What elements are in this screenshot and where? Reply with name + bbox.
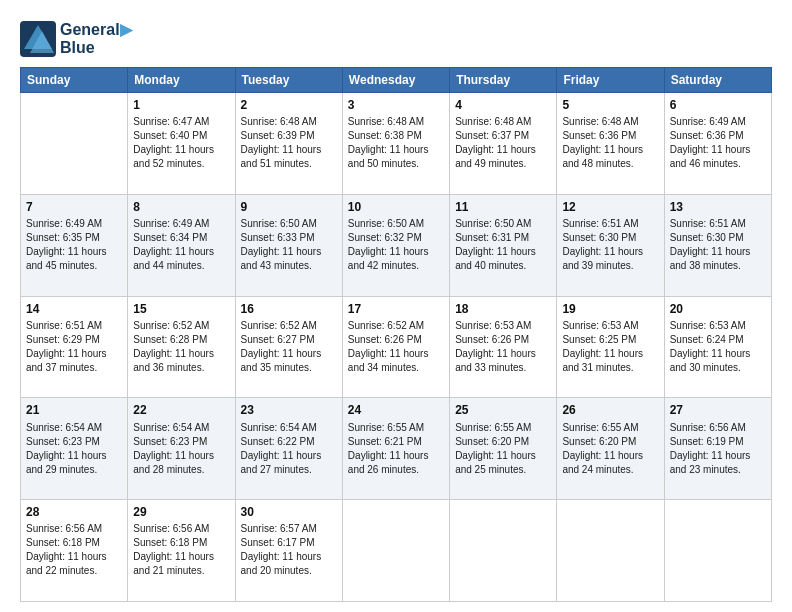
- calendar-cell: 1Sunrise: 6:47 AMSunset: 6:40 PMDaylight…: [128, 93, 235, 195]
- weekday-header-wednesday: Wednesday: [342, 68, 449, 93]
- day-number: 21: [26, 402, 122, 418]
- calendar-cell: 13Sunrise: 6:51 AMSunset: 6:30 PMDayligh…: [664, 194, 771, 296]
- logo: General▶ Blue: [20, 20, 132, 57]
- logo-line1: General▶: [60, 20, 132, 39]
- day-number: 27: [670, 402, 766, 418]
- calendar-cell: 28Sunrise: 6:56 AMSunset: 6:18 PMDayligh…: [21, 500, 128, 602]
- day-info: Sunrise: 6:48 AMSunset: 6:37 PMDaylight:…: [455, 115, 551, 171]
- calendar-header: SundayMondayTuesdayWednesdayThursdayFrid…: [21, 68, 772, 93]
- day-info: Sunrise: 6:50 AMSunset: 6:31 PMDaylight:…: [455, 217, 551, 273]
- calendar-cell: 25Sunrise: 6:55 AMSunset: 6:20 PMDayligh…: [450, 398, 557, 500]
- calendar-cell: [450, 500, 557, 602]
- week-row-4: 21Sunrise: 6:54 AMSunset: 6:23 PMDayligh…: [21, 398, 772, 500]
- day-number: 26: [562, 402, 658, 418]
- calendar-cell: 16Sunrise: 6:52 AMSunset: 6:27 PMDayligh…: [235, 296, 342, 398]
- day-info: Sunrise: 6:49 AMSunset: 6:36 PMDaylight:…: [670, 115, 766, 171]
- day-number: 19: [562, 301, 658, 317]
- day-info: Sunrise: 6:56 AMSunset: 6:18 PMDaylight:…: [26, 522, 122, 578]
- weekday-header-friday: Friday: [557, 68, 664, 93]
- day-info: Sunrise: 6:53 AMSunset: 6:25 PMDaylight:…: [562, 319, 658, 375]
- calendar-cell: 3Sunrise: 6:48 AMSunset: 6:38 PMDaylight…: [342, 93, 449, 195]
- day-number: 1: [133, 97, 229, 113]
- day-number: 8: [133, 199, 229, 215]
- day-info: Sunrise: 6:55 AMSunset: 6:21 PMDaylight:…: [348, 421, 444, 477]
- calendar-cell: 5Sunrise: 6:48 AMSunset: 6:36 PMDaylight…: [557, 93, 664, 195]
- calendar-cell: [21, 93, 128, 195]
- calendar-cell: 23Sunrise: 6:54 AMSunset: 6:22 PMDayligh…: [235, 398, 342, 500]
- day-info: Sunrise: 6:50 AMSunset: 6:33 PMDaylight:…: [241, 217, 337, 273]
- calendar-cell: 7Sunrise: 6:49 AMSunset: 6:35 PMDaylight…: [21, 194, 128, 296]
- calendar-cell: 15Sunrise: 6:52 AMSunset: 6:28 PMDayligh…: [128, 296, 235, 398]
- day-info: Sunrise: 6:51 AMSunset: 6:30 PMDaylight:…: [562, 217, 658, 273]
- day-info: Sunrise: 6:49 AMSunset: 6:35 PMDaylight:…: [26, 217, 122, 273]
- calendar-cell: 4Sunrise: 6:48 AMSunset: 6:37 PMDaylight…: [450, 93, 557, 195]
- day-info: Sunrise: 6:56 AMSunset: 6:18 PMDaylight:…: [133, 522, 229, 578]
- weekday-row: SundayMondayTuesdayWednesdayThursdayFrid…: [21, 68, 772, 93]
- day-info: Sunrise: 6:47 AMSunset: 6:40 PMDaylight:…: [133, 115, 229, 171]
- logo-text: General▶ Blue: [60, 20, 132, 57]
- week-row-5: 28Sunrise: 6:56 AMSunset: 6:18 PMDayligh…: [21, 500, 772, 602]
- day-number: 5: [562, 97, 658, 113]
- calendar-cell: 9Sunrise: 6:50 AMSunset: 6:33 PMDaylight…: [235, 194, 342, 296]
- day-info: Sunrise: 6:53 AMSunset: 6:24 PMDaylight:…: [670, 319, 766, 375]
- day-info: Sunrise: 6:54 AMSunset: 6:23 PMDaylight:…: [133, 421, 229, 477]
- calendar-cell: 10Sunrise: 6:50 AMSunset: 6:32 PMDayligh…: [342, 194, 449, 296]
- day-info: Sunrise: 6:52 AMSunset: 6:28 PMDaylight:…: [133, 319, 229, 375]
- week-row-1: 1Sunrise: 6:47 AMSunset: 6:40 PMDaylight…: [21, 93, 772, 195]
- calendar-cell: [557, 500, 664, 602]
- week-row-3: 14Sunrise: 6:51 AMSunset: 6:29 PMDayligh…: [21, 296, 772, 398]
- calendar-cell: 14Sunrise: 6:51 AMSunset: 6:29 PMDayligh…: [21, 296, 128, 398]
- day-number: 9: [241, 199, 337, 215]
- calendar-cell: [342, 500, 449, 602]
- day-info: Sunrise: 6:55 AMSunset: 6:20 PMDaylight:…: [455, 421, 551, 477]
- day-number: 29: [133, 504, 229, 520]
- day-number: 3: [348, 97, 444, 113]
- week-row-2: 7Sunrise: 6:49 AMSunset: 6:35 PMDaylight…: [21, 194, 772, 296]
- day-info: Sunrise: 6:53 AMSunset: 6:26 PMDaylight:…: [455, 319, 551, 375]
- day-number: 6: [670, 97, 766, 113]
- day-number: 17: [348, 301, 444, 317]
- calendar-cell: 20Sunrise: 6:53 AMSunset: 6:24 PMDayligh…: [664, 296, 771, 398]
- calendar-cell: 17Sunrise: 6:52 AMSunset: 6:26 PMDayligh…: [342, 296, 449, 398]
- calendar-cell: 19Sunrise: 6:53 AMSunset: 6:25 PMDayligh…: [557, 296, 664, 398]
- day-number: 24: [348, 402, 444, 418]
- calendar-cell: 18Sunrise: 6:53 AMSunset: 6:26 PMDayligh…: [450, 296, 557, 398]
- day-info: Sunrise: 6:52 AMSunset: 6:27 PMDaylight:…: [241, 319, 337, 375]
- day-number: 16: [241, 301, 337, 317]
- calendar-body: 1Sunrise: 6:47 AMSunset: 6:40 PMDaylight…: [21, 93, 772, 602]
- day-number: 11: [455, 199, 551, 215]
- day-info: Sunrise: 6:57 AMSunset: 6:17 PMDaylight:…: [241, 522, 337, 578]
- day-info: Sunrise: 6:56 AMSunset: 6:19 PMDaylight:…: [670, 421, 766, 477]
- day-info: Sunrise: 6:55 AMSunset: 6:20 PMDaylight:…: [562, 421, 658, 477]
- calendar-cell: 27Sunrise: 6:56 AMSunset: 6:19 PMDayligh…: [664, 398, 771, 500]
- calendar-cell: 2Sunrise: 6:48 AMSunset: 6:39 PMDaylight…: [235, 93, 342, 195]
- day-number: 30: [241, 504, 337, 520]
- day-number: 23: [241, 402, 337, 418]
- calendar-cell: 6Sunrise: 6:49 AMSunset: 6:36 PMDaylight…: [664, 93, 771, 195]
- page: General▶ Blue SundayMondayTuesdayWednesd…: [0, 0, 792, 612]
- weekday-header-tuesday: Tuesday: [235, 68, 342, 93]
- calendar-cell: 11Sunrise: 6:50 AMSunset: 6:31 PMDayligh…: [450, 194, 557, 296]
- day-number: 15: [133, 301, 229, 317]
- day-info: Sunrise: 6:51 AMSunset: 6:30 PMDaylight:…: [670, 217, 766, 273]
- day-info: Sunrise: 6:50 AMSunset: 6:32 PMDaylight:…: [348, 217, 444, 273]
- day-number: 2: [241, 97, 337, 113]
- calendar-cell: 29Sunrise: 6:56 AMSunset: 6:18 PMDayligh…: [128, 500, 235, 602]
- day-number: 12: [562, 199, 658, 215]
- weekday-header-thursday: Thursday: [450, 68, 557, 93]
- logo-line2: Blue: [60, 39, 132, 57]
- calendar-cell: 26Sunrise: 6:55 AMSunset: 6:20 PMDayligh…: [557, 398, 664, 500]
- day-number: 18: [455, 301, 551, 317]
- day-number: 10: [348, 199, 444, 215]
- day-number: 14: [26, 301, 122, 317]
- day-number: 4: [455, 97, 551, 113]
- calendar-cell: 21Sunrise: 6:54 AMSunset: 6:23 PMDayligh…: [21, 398, 128, 500]
- day-number: 20: [670, 301, 766, 317]
- calendar-cell: 30Sunrise: 6:57 AMSunset: 6:17 PMDayligh…: [235, 500, 342, 602]
- logo-icon: [20, 21, 56, 57]
- calendar-cell: [664, 500, 771, 602]
- day-info: Sunrise: 6:51 AMSunset: 6:29 PMDaylight:…: [26, 319, 122, 375]
- calendar-cell: 24Sunrise: 6:55 AMSunset: 6:21 PMDayligh…: [342, 398, 449, 500]
- calendar-cell: 12Sunrise: 6:51 AMSunset: 6:30 PMDayligh…: [557, 194, 664, 296]
- header: General▶ Blue: [20, 20, 772, 57]
